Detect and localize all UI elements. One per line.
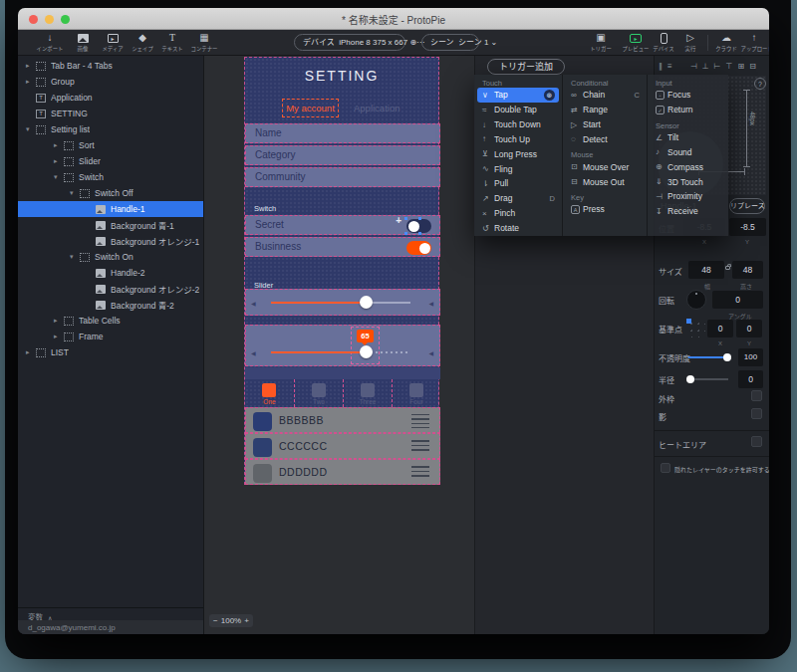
layer-row-switch-on[interactable]: ▾Switch On (18, 249, 203, 265)
layer-row-background-orange-2[interactable]: Background オレンジ-2 (18, 281, 203, 297)
switch-handle[interactable] (408, 221, 419, 232)
cloud-button[interactable]: ☁ クラウド (711, 32, 741, 53)
chevron-down-icon[interactable]: ▾ (26, 125, 36, 133)
scene-selector[interactable]: シーン シーン 1 ⌄ (421, 34, 479, 51)
layer-row-handle-2[interactable]: Handle-2 (18, 265, 203, 281)
heat-area-checkbox[interactable] (751, 436, 762, 447)
menu-item-receive[interactable]: ↧Receive (648, 204, 728, 219)
align-right-icon[interactable]: ⊢ (714, 62, 721, 71)
toggle-switch-off[interactable] (406, 219, 431, 233)
align-bottom-icon[interactable]: ⊟ (749, 62, 756, 71)
chevron-right-icon[interactable]: ▸ (26, 348, 36, 356)
canvas[interactable]: SETTING My account Application Name Cate… (204, 56, 474, 634)
layer-row-setting-list[interactable]: ▾Setting list (18, 121, 203, 137)
menu-item-touch-up[interactable]: ↑Touch Up (474, 132, 562, 147)
tabbar-item-three[interactable]: Three (343, 379, 392, 407)
radius-field[interactable]: 0 (738, 370, 763, 388)
slider-row-1[interactable]: ◀ ◀ (245, 289, 440, 316)
chevron-right-icon[interactable]: ▸ (54, 317, 64, 325)
border-checkbox[interactable] (751, 390, 762, 401)
menu-item-chain[interactable]: ∞ChainC (563, 88, 647, 103)
menu-item-proximity[interactable]: ⊣Proximity (648, 189, 728, 204)
anchor-x-field[interactable]: 0 (707, 320, 733, 337)
list-item[interactable]: DDDDDD (245, 459, 440, 485)
layer-row-handle-1[interactable]: Handle-1 (18, 201, 203, 217)
replace-button[interactable]: リプレース (729, 198, 765, 214)
menu-item-drag[interactable]: ↗DragD (474, 191, 562, 206)
variables-section-header[interactable]: 変数∧ (18, 607, 203, 620)
shadow-checkbox[interactable] (751, 408, 762, 419)
layer-row-setting[interactable]: TSETTING (18, 106, 203, 121)
text-tool-button[interactable]: T テキスト (157, 32, 187, 53)
drag-handle-icon[interactable] (411, 466, 429, 480)
menu-item-mouse-over[interactable]: ⊡Mouse Over (563, 159, 647, 174)
align-middle-icon[interactable]: ⊞ (738, 62, 745, 71)
zoom-out-button[interactable]: − (213, 616, 218, 625)
menu-item-pull[interactable]: ⇂Pull (474, 176, 562, 191)
chevron-right-icon[interactable]: ▸ (26, 62, 36, 70)
layer-row-tabbar[interactable]: ▸Tab Bar - 4 Tabs (18, 58, 203, 74)
list-item[interactable]: BBBBBB (245, 407, 440, 433)
slider-track[interactable] (271, 302, 410, 304)
tab-my-account[interactable]: My account (282, 99, 339, 117)
radius-slider-handle[interactable] (686, 375, 694, 383)
menu-item-tilt[interactable]: ∠Tilt (648, 130, 728, 145)
chevron-down-icon[interactable]: ▾ (70, 253, 80, 261)
run-button[interactable]: ▷ 実行 (675, 32, 705, 53)
opacity-slider[interactable] (688, 356, 728, 358)
layer-row-application[interactable]: TApplication (18, 90, 203, 106)
slider-row-2[interactable]: 65 ◀ ◀ (245, 325, 440, 366)
rotation-dial[interactable] (686, 290, 706, 310)
media-tool-button[interactable]: ▸ メディア (98, 32, 128, 53)
tabbar-item-four[interactable]: Four (392, 379, 440, 407)
layer-row-group[interactable]: ▸Group (18, 74, 203, 90)
drag-handle-icon[interactable] (411, 414, 429, 428)
layer-row-sort[interactable]: ▸Sort (18, 137, 203, 153)
position-y-field[interactable]: -8.5 (729, 218, 766, 236)
field-row-name[interactable]: Name (245, 123, 440, 143)
import-button[interactable]: ↓ インポート (35, 32, 65, 53)
toggle-switch-on[interactable] (406, 241, 431, 255)
layer-row-background-blue-1[interactable]: Background 青-1 (18, 217, 203, 233)
layer-row-background-blue-2[interactable]: Background 青-2 (18, 297, 203, 313)
menu-item-pinch[interactable]: ×Pinch (474, 206, 562, 221)
menu-item-fling[interactable]: ∿Fling (474, 161, 562, 176)
menu-item-double-tap[interactable]: ≈Double Tap (474, 103, 562, 117)
menu-item-press[interactable]: APress (563, 202, 647, 217)
list-item[interactable]: CCCCCC (245, 433, 440, 459)
menu-item-focus[interactable]: ◦Focus (648, 88, 728, 103)
menu-item-long-press[interactable]: ⊻Long Press (474, 146, 562, 161)
image-tool-button[interactable]: 画像 (68, 32, 98, 53)
align-center-icon[interactable]: ⊥ (702, 62, 709, 71)
field-row-category[interactable]: Category (245, 145, 440, 165)
layer-row-list[interactable]: ▸LIST (18, 344, 203, 360)
tab-application[interactable]: Application (354, 99, 399, 117)
menu-item-3d-touch[interactable]: ⇓3D Touch (648, 174, 728, 189)
slider-handle[interactable] (360, 296, 373, 309)
menu-item-touch-down[interactable]: ↓Touch Down (474, 117, 562, 132)
switch-row-secret[interactable]: Secret + (245, 215, 440, 235)
layer-row-background-orange-1[interactable]: Background オレンジ-1 (18, 233, 203, 249)
shape-tool-button[interactable]: ◆ シェイプ (128, 32, 157, 53)
radius-slider[interactable] (688, 378, 728, 380)
rotation-field[interactable]: 0 (712, 291, 763, 309)
layer-row-switch[interactable]: ▾Switch (18, 169, 203, 185)
trigger-button[interactable]: ▣ トリガー (586, 32, 616, 53)
menu-item-start[interactable]: ▷Start (563, 117, 647, 132)
switch-row-businness[interactable]: Businness (245, 237, 440, 257)
menu-item-tap[interactable]: ∨ Tap ⊛ (477, 88, 559, 103)
height-field[interactable]: 48 (732, 261, 763, 279)
chevron-right-icon[interactable]: ▸ (54, 157, 64, 165)
width-field[interactable]: 48 (688, 261, 724, 279)
opacity-slider-handle[interactable] (723, 353, 731, 361)
layer-row-switch-off[interactable]: ▾Switch Off (18, 185, 203, 201)
layer-row-frame[interactable]: ▸Frame (18, 329, 203, 344)
chevron-down-icon[interactable]: ▾ (70, 189, 80, 197)
menu-item-range[interactable]: ⇄Range (563, 103, 647, 117)
upload-button[interactable]: ↑ アップロード (739, 32, 769, 53)
device-selector[interactable]: デバイス iPhone 8 375 x 667 ⊕⋯ (294, 34, 405, 51)
align-top-icon[interactable]: ⊤ (726, 62, 733, 71)
menu-item-detect[interactable]: ◌Detect (563, 132, 647, 147)
slider-track[interactable] (271, 351, 410, 353)
chevron-right-icon[interactable]: ▸ (54, 333, 64, 340)
